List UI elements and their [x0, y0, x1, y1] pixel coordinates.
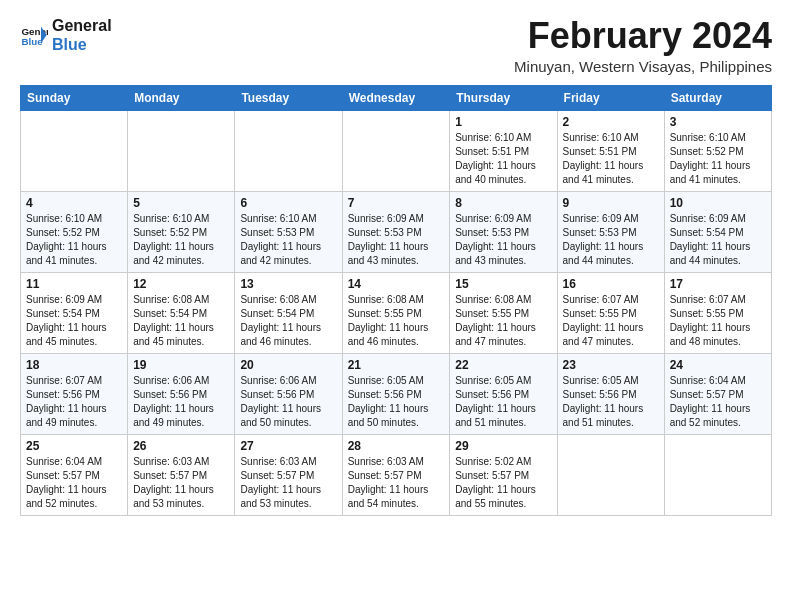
calendar-week-row: 18Sunrise: 6:07 AM Sunset: 5:56 PM Dayli…	[21, 353, 772, 434]
day-number: 5	[133, 196, 229, 210]
day-header-saturday: Saturday	[664, 85, 771, 110]
day-header-tuesday: Tuesday	[235, 85, 342, 110]
day-info: Sunrise: 6:10 AM Sunset: 5:51 PM Dayligh…	[563, 131, 659, 187]
day-info: Sunrise: 6:05 AM Sunset: 5:56 PM Dayligh…	[455, 374, 551, 430]
calendar-cell: 2Sunrise: 6:10 AM Sunset: 5:51 PM Daylig…	[557, 110, 664, 191]
calendar-cell: 18Sunrise: 6:07 AM Sunset: 5:56 PM Dayli…	[21, 353, 128, 434]
calendar-cell: 19Sunrise: 6:06 AM Sunset: 5:56 PM Dayli…	[128, 353, 235, 434]
day-header-wednesday: Wednesday	[342, 85, 450, 110]
day-number: 4	[26, 196, 122, 210]
calendar-cell: 23Sunrise: 6:05 AM Sunset: 5:56 PM Dayli…	[557, 353, 664, 434]
calendar-cell: 15Sunrise: 6:08 AM Sunset: 5:55 PM Dayli…	[450, 272, 557, 353]
day-number: 28	[348, 439, 445, 453]
day-number: 19	[133, 358, 229, 372]
calendar-cell: 8Sunrise: 6:09 AM Sunset: 5:53 PM Daylig…	[450, 191, 557, 272]
day-info: Sunrise: 6:09 AM Sunset: 5:54 PM Dayligh…	[26, 293, 122, 349]
calendar-cell	[235, 110, 342, 191]
calendar-cell	[21, 110, 128, 191]
calendar-cell	[557, 434, 664, 515]
calendar-cell: 25Sunrise: 6:04 AM Sunset: 5:57 PM Dayli…	[21, 434, 128, 515]
calendar-cell: 27Sunrise: 6:03 AM Sunset: 5:57 PM Dayli…	[235, 434, 342, 515]
svg-text:Blue: Blue	[21, 36, 43, 47]
day-info: Sunrise: 6:08 AM Sunset: 5:54 PM Dayligh…	[240, 293, 336, 349]
page-header: General Blue General Blue February 2024 …	[20, 16, 772, 75]
day-number: 9	[563, 196, 659, 210]
day-info: Sunrise: 6:07 AM Sunset: 5:55 PM Dayligh…	[563, 293, 659, 349]
day-number: 12	[133, 277, 229, 291]
day-info: Sunrise: 6:10 AM Sunset: 5:52 PM Dayligh…	[670, 131, 766, 187]
day-number: 11	[26, 277, 122, 291]
calendar-cell	[664, 434, 771, 515]
day-number: 1	[455, 115, 551, 129]
day-number: 6	[240, 196, 336, 210]
day-number: 25	[26, 439, 122, 453]
day-number: 17	[670, 277, 766, 291]
day-number: 26	[133, 439, 229, 453]
day-number: 18	[26, 358, 122, 372]
day-number: 8	[455, 196, 551, 210]
calendar-cell: 16Sunrise: 6:07 AM Sunset: 5:55 PM Dayli…	[557, 272, 664, 353]
day-info: Sunrise: 6:04 AM Sunset: 5:57 PM Dayligh…	[26, 455, 122, 511]
calendar-week-row: 11Sunrise: 6:09 AM Sunset: 5:54 PM Dayli…	[21, 272, 772, 353]
logo-icon: General Blue	[20, 21, 48, 49]
day-number: 14	[348, 277, 445, 291]
day-header-monday: Monday	[128, 85, 235, 110]
day-info: Sunrise: 6:08 AM Sunset: 5:54 PM Dayligh…	[133, 293, 229, 349]
day-info: Sunrise: 6:08 AM Sunset: 5:55 PM Dayligh…	[455, 293, 551, 349]
calendar-cell: 4Sunrise: 6:10 AM Sunset: 5:52 PM Daylig…	[21, 191, 128, 272]
day-info: Sunrise: 6:03 AM Sunset: 5:57 PM Dayligh…	[240, 455, 336, 511]
day-number: 15	[455, 277, 551, 291]
day-number: 21	[348, 358, 445, 372]
calendar-cell: 17Sunrise: 6:07 AM Sunset: 5:55 PM Dayli…	[664, 272, 771, 353]
day-number: 3	[670, 115, 766, 129]
calendar-cell: 12Sunrise: 6:08 AM Sunset: 5:54 PM Dayli…	[128, 272, 235, 353]
calendar-cell: 14Sunrise: 6:08 AM Sunset: 5:55 PM Dayli…	[342, 272, 450, 353]
day-number: 29	[455, 439, 551, 453]
calendar-cell: 20Sunrise: 6:06 AM Sunset: 5:56 PM Dayli…	[235, 353, 342, 434]
calendar-cell	[342, 110, 450, 191]
day-info: Sunrise: 6:03 AM Sunset: 5:57 PM Dayligh…	[348, 455, 445, 511]
day-number: 24	[670, 358, 766, 372]
day-number: 23	[563, 358, 659, 372]
day-info: Sunrise: 6:07 AM Sunset: 5:55 PM Dayligh…	[670, 293, 766, 349]
calendar-table: SundayMondayTuesdayWednesdayThursdayFrid…	[20, 85, 772, 516]
calendar-cell: 26Sunrise: 6:03 AM Sunset: 5:57 PM Dayli…	[128, 434, 235, 515]
calendar-cell: 24Sunrise: 6:04 AM Sunset: 5:57 PM Dayli…	[664, 353, 771, 434]
calendar-cell: 5Sunrise: 6:10 AM Sunset: 5:52 PM Daylig…	[128, 191, 235, 272]
day-info: Sunrise: 5:02 AM Sunset: 5:57 PM Dayligh…	[455, 455, 551, 511]
day-number: 20	[240, 358, 336, 372]
location-title: Minuyan, Western Visayas, Philippines	[514, 58, 772, 75]
calendar-header-row: SundayMondayTuesdayWednesdayThursdayFrid…	[21, 85, 772, 110]
day-number: 10	[670, 196, 766, 210]
calendar-cell: 10Sunrise: 6:09 AM Sunset: 5:54 PM Dayli…	[664, 191, 771, 272]
day-header-sunday: Sunday	[21, 85, 128, 110]
day-header-friday: Friday	[557, 85, 664, 110]
day-info: Sunrise: 6:10 AM Sunset: 5:52 PM Dayligh…	[133, 212, 229, 268]
day-info: Sunrise: 6:06 AM Sunset: 5:56 PM Dayligh…	[133, 374, 229, 430]
calendar-cell: 9Sunrise: 6:09 AM Sunset: 5:53 PM Daylig…	[557, 191, 664, 272]
day-number: 22	[455, 358, 551, 372]
day-info: Sunrise: 6:08 AM Sunset: 5:55 PM Dayligh…	[348, 293, 445, 349]
day-info: Sunrise: 6:10 AM Sunset: 5:53 PM Dayligh…	[240, 212, 336, 268]
calendar-cell: 29Sunrise: 5:02 AM Sunset: 5:57 PM Dayli…	[450, 434, 557, 515]
calendar-cell: 22Sunrise: 6:05 AM Sunset: 5:56 PM Dayli…	[450, 353, 557, 434]
calendar-week-row: 4Sunrise: 6:10 AM Sunset: 5:52 PM Daylig…	[21, 191, 772, 272]
day-info: Sunrise: 6:10 AM Sunset: 5:51 PM Dayligh…	[455, 131, 551, 187]
day-info: Sunrise: 6:05 AM Sunset: 5:56 PM Dayligh…	[563, 374, 659, 430]
day-info: Sunrise: 6:09 AM Sunset: 5:53 PM Dayligh…	[563, 212, 659, 268]
calendar-cell: 28Sunrise: 6:03 AM Sunset: 5:57 PM Dayli…	[342, 434, 450, 515]
day-number: 7	[348, 196, 445, 210]
calendar-cell: 1Sunrise: 6:10 AM Sunset: 5:51 PM Daylig…	[450, 110, 557, 191]
calendar-week-row: 1Sunrise: 6:10 AM Sunset: 5:51 PM Daylig…	[21, 110, 772, 191]
day-header-thursday: Thursday	[450, 85, 557, 110]
day-info: Sunrise: 6:09 AM Sunset: 5:53 PM Dayligh…	[348, 212, 445, 268]
day-number: 27	[240, 439, 336, 453]
day-number: 16	[563, 277, 659, 291]
logo-line1: General	[52, 16, 112, 35]
logo-line2: Blue	[52, 35, 112, 54]
calendar-week-row: 25Sunrise: 6:04 AM Sunset: 5:57 PM Dayli…	[21, 434, 772, 515]
day-info: Sunrise: 6:04 AM Sunset: 5:57 PM Dayligh…	[670, 374, 766, 430]
day-number: 13	[240, 277, 336, 291]
day-info: Sunrise: 6:10 AM Sunset: 5:52 PM Dayligh…	[26, 212, 122, 268]
day-info: Sunrise: 6:05 AM Sunset: 5:56 PM Dayligh…	[348, 374, 445, 430]
